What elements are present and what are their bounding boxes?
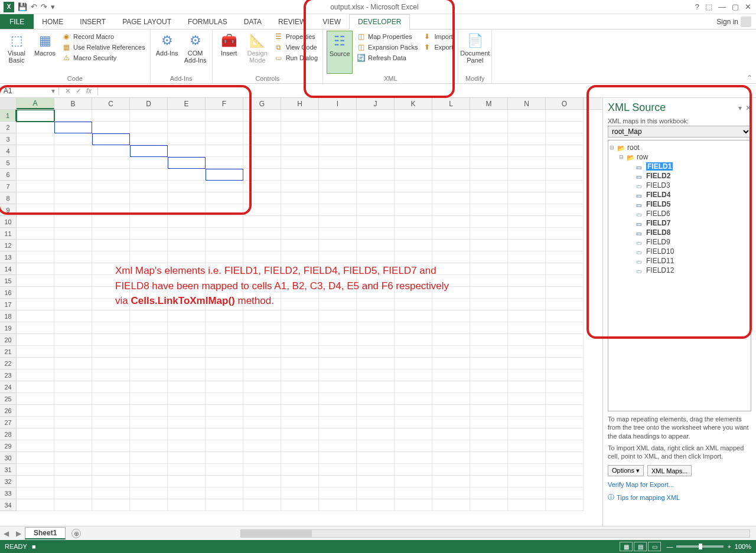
- tree-field-FIELD8[interactable]: FIELD8: [628, 228, 750, 237]
- row-header-2[interactable]: 2: [0, 122, 17, 133]
- cell-F27[interactable]: [206, 417, 243, 428]
- cell-I2[interactable]: [319, 122, 357, 133]
- cell-C5[interactable]: [92, 157, 130, 169]
- cell-C2[interactable]: [92, 122, 130, 133]
- cell-E31[interactable]: [168, 464, 206, 476]
- view-code-button[interactable]: ⧉View Code: [273, 42, 319, 52]
- cell-M18[interactable]: [470, 310, 508, 322]
- cell-J5[interactable]: [357, 157, 395, 169]
- sheet-nav-prev-icon[interactable]: ◀: [0, 529, 12, 538]
- cell-N28[interactable]: [508, 428, 546, 440]
- cell-M32[interactable]: [470, 476, 508, 487]
- record-macro-button[interactable]: ◉Record Macro: [60, 32, 146, 41]
- macro-security-button[interactable]: ⚠Macro Security: [60, 53, 146, 63]
- cell-G20[interactable]: [243, 334, 281, 346]
- zoom-level[interactable]: 100%: [735, 543, 751, 550]
- cell-I27[interactable]: [319, 417, 357, 428]
- cell-J15[interactable]: [357, 275, 395, 287]
- cell-A16[interactable]: [17, 287, 54, 299]
- cell-F14[interactable]: [206, 263, 243, 275]
- cell-G16[interactable]: [243, 287, 281, 299]
- cell-F25[interactable]: [206, 393, 243, 405]
- cell-O18[interactable]: [546, 310, 584, 322]
- cell-L31[interactable]: [432, 464, 470, 476]
- tree-field-FIELD11[interactable]: FIELD11: [628, 256, 750, 266]
- cell-B3[interactable]: [54, 133, 92, 145]
- cell-O21[interactable]: [546, 346, 584, 358]
- cell-B16[interactable]: [54, 287, 92, 299]
- cell-O15[interactable]: [546, 275, 584, 287]
- cell-B19[interactable]: [54, 322, 92, 334]
- cell-B24[interactable]: [54, 381, 92, 393]
- cell-O10[interactable]: [546, 216, 584, 228]
- cell-M26[interactable]: [470, 405, 508, 417]
- cell-D3[interactable]: [130, 133, 168, 145]
- row-header-16[interactable]: 16: [0, 287, 17, 299]
- cell-N22[interactable]: [508, 358, 546, 369]
- row-header-6[interactable]: 6: [0, 169, 17, 181]
- cell-M27[interactable]: [470, 417, 508, 428]
- cell-M6[interactable]: [470, 169, 508, 181]
- cell-H22[interactable]: [281, 358, 319, 369]
- cell-K8[interactable]: [395, 192, 432, 204]
- cell-K1[interactable]: [395, 110, 432, 122]
- design-mode-button[interactable]: 📐 Design Mode: [245, 31, 271, 74]
- cell-B17[interactable]: [54, 299, 92, 310]
- cell-K9[interactable]: [395, 204, 432, 216]
- cell-B23[interactable]: [54, 369, 92, 381]
- cell-G26[interactable]: [243, 405, 281, 417]
- col-header-J[interactable]: J: [357, 98, 395, 109]
- cell-I17[interactable]: [319, 299, 357, 310]
- cell-C17[interactable]: [92, 299, 130, 310]
- cell-G32[interactable]: [243, 476, 281, 487]
- cell-C23[interactable]: [92, 369, 130, 381]
- cell-J10[interactable]: [357, 216, 395, 228]
- cell-E16[interactable]: [168, 287, 206, 299]
- cell-G11[interactable]: [243, 228, 281, 240]
- cell-K23[interactable]: [395, 369, 432, 381]
- cell-D22[interactable]: [130, 358, 168, 369]
- cell-L20[interactable]: [432, 334, 470, 346]
- cell-H33[interactable]: [281, 487, 319, 499]
- cell-I24[interactable]: [319, 381, 357, 393]
- cell-O22[interactable]: [546, 358, 584, 369]
- cell-M29[interactable]: [470, 440, 508, 452]
- cell-N17[interactable]: [508, 299, 546, 310]
- cell-M11[interactable]: [470, 228, 508, 240]
- col-header-N[interactable]: N: [508, 98, 546, 109]
- cell-E17[interactable]: [168, 299, 206, 310]
- cell-E4[interactable]: [168, 145, 206, 157]
- cell-C15[interactable]: [92, 275, 130, 287]
- cell-D17[interactable]: [130, 299, 168, 310]
- cell-A31[interactable]: [17, 464, 54, 476]
- cell-A23[interactable]: [17, 369, 54, 381]
- cell-F23[interactable]: [206, 369, 243, 381]
- cell-L5[interactable]: [432, 157, 470, 169]
- row-header-8[interactable]: 8: [0, 192, 17, 204]
- cell-G19[interactable]: [243, 322, 281, 334]
- cell-J26[interactable]: [357, 405, 395, 417]
- cell-M3[interactable]: [470, 133, 508, 145]
- cell-K29[interactable]: [395, 440, 432, 452]
- cell-A34[interactable]: [17, 499, 54, 511]
- cell-O19[interactable]: [546, 322, 584, 334]
- map-properties-button[interactable]: ◫Map Properties: [355, 32, 419, 41]
- cell-G27[interactable]: [243, 417, 281, 428]
- cell-G7[interactable]: [243, 181, 281, 192]
- tab-page-layout[interactable]: PAGE LAYOUT: [114, 14, 180, 29]
- cell-O4[interactable]: [546, 145, 584, 157]
- scrollbar-thumb[interactable]: [241, 530, 312, 537]
- run-dialog-button[interactable]: ▭Run Dialog: [273, 53, 319, 63]
- row-header-5[interactable]: 5: [0, 157, 17, 169]
- row-header-33[interactable]: 33: [0, 487, 17, 499]
- cell-O32[interactable]: [546, 476, 584, 487]
- pane-close-icon[interactable]: ✕: [745, 104, 751, 112]
- cell-D23[interactable]: [130, 369, 168, 381]
- cell-D18[interactable]: [130, 310, 168, 322]
- cell-A2[interactable]: [17, 122, 54, 133]
- cell-H4[interactable]: [281, 145, 319, 157]
- col-header-B[interactable]: B: [54, 98, 92, 109]
- cell-B21[interactable]: [54, 346, 92, 358]
- cell-C18[interactable]: [92, 310, 130, 322]
- cell-F32[interactable]: [206, 476, 243, 487]
